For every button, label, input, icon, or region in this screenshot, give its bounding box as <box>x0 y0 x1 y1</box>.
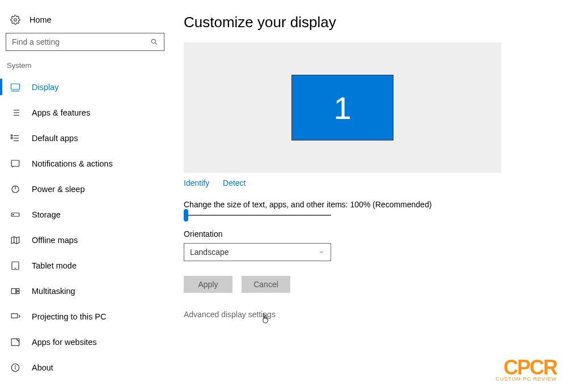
sidebar-item-tablet-mode[interactable]: Tablet mode <box>0 253 170 278</box>
default-apps-icon <box>10 133 20 143</box>
sidebar-item-label: Offline maps <box>32 236 78 245</box>
svg-rect-15 <box>11 137 12 138</box>
svg-rect-28 <box>16 291 19 293</box>
svg-point-33 <box>15 365 16 366</box>
multitasking-icon <box>10 286 20 296</box>
sidebar-item-label: Tablet mode <box>32 261 77 270</box>
monitor-1[interactable]: 1 <box>291 75 393 140</box>
sidebar-item-label: Display <box>32 83 59 92</box>
svg-marker-21 <box>11 237 19 244</box>
search-input[interactable] <box>12 37 150 46</box>
display-preview[interactable]: 1 <box>184 42 501 173</box>
sidebar-item-label: Notifications & actions <box>32 159 113 168</box>
main-content: Customize your display 1 Identify Detect… <box>170 0 567 392</box>
sidebar-item-label: Projecting to this PC <box>32 312 106 321</box>
watermark-subtext: CUSTOM PC REVIEW <box>496 376 557 382</box>
sidebar-item-label: Apps for websites <box>32 338 96 347</box>
advanced-display-settings-link[interactable]: Advanced display settings <box>184 310 276 319</box>
section-label: System <box>0 59 170 74</box>
power-icon <box>10 184 20 194</box>
detect-link[interactable]: Detect <box>223 178 246 188</box>
sidebar-item-notifications[interactable]: Notifications & actions <box>0 151 170 176</box>
slider-thumb[interactable] <box>184 209 188 221</box>
monitor-number: 1 <box>333 90 351 126</box>
info-icon <box>10 363 20 373</box>
sidebar-item-about[interactable]: About <box>0 355 170 380</box>
scale-label: Change the size of text, apps, and other… <box>184 200 544 209</box>
sidebar-item-multitasking[interactable]: Multitasking <box>0 278 170 304</box>
notifications-icon <box>10 159 20 169</box>
orientation-select[interactable]: Landscape <box>184 243 331 261</box>
map-icon <box>10 235 20 245</box>
svg-rect-14 <box>11 135 12 136</box>
search-box[interactable] <box>6 33 164 51</box>
sidebar-item-label: Power & sleep <box>32 185 85 194</box>
svg-line-2 <box>155 42 156 44</box>
svg-rect-30 <box>11 339 19 346</box>
svg-rect-26 <box>11 288 16 293</box>
sidebar-item-projecting[interactable]: Projecting to this PC <box>0 304 170 329</box>
home-nav[interactable]: Home <box>0 11 170 33</box>
identify-link[interactable]: Identify <box>184 178 209 188</box>
tablet-icon <box>10 261 20 271</box>
svg-rect-3 <box>11 84 20 90</box>
svg-point-0 <box>14 19 17 22</box>
watermark: CPCR CUSTOM PC REVIEW <box>496 360 557 382</box>
sidebar-item-default-apps[interactable]: Default apps <box>0 125 170 151</box>
settings-sidebar: Home System Display Apps & f <box>0 0 170 392</box>
monitor-icon <box>10 82 20 92</box>
cancel-button[interactable]: Cancel <box>242 276 290 293</box>
apps-websites-icon <box>10 337 20 347</box>
sidebar-item-storage[interactable]: Storage <box>0 202 170 227</box>
watermark-logo: CPCR <box>496 360 557 376</box>
orientation-label: Orientation <box>184 229 544 238</box>
apply-button[interactable]: Apply <box>184 276 232 293</box>
home-label: Home <box>29 15 52 24</box>
svg-rect-27 <box>16 288 19 291</box>
page-title: Customize your display <box>184 14 544 31</box>
sidebar-item-power-sleep[interactable]: Power & sleep <box>0 176 170 202</box>
sidebar-item-label: Storage <box>32 210 61 219</box>
svg-rect-29 <box>11 313 18 318</box>
list-icon <box>10 108 20 118</box>
sidebar-item-apps-websites[interactable]: Apps for websites <box>0 329 170 355</box>
sidebar-item-offline-maps[interactable]: Offline maps <box>0 227 170 253</box>
svg-rect-16 <box>11 160 19 167</box>
chevron-down-icon <box>318 249 325 255</box>
slider-track <box>184 215 331 216</box>
storage-icon <box>10 210 20 220</box>
search-icon <box>150 38 158 46</box>
gear-icon <box>10 15 20 25</box>
projecting-icon <box>10 312 20 322</box>
sidebar-item-label: About <box>32 363 53 372</box>
scale-slider[interactable] <box>184 215 331 216</box>
svg-point-20 <box>13 214 14 215</box>
sidebar-item-label: Apps & features <box>32 108 90 117</box>
sidebar-item-display[interactable]: Display <box>0 74 170 100</box>
sidebar-item-label: Default apps <box>32 134 78 143</box>
orientation-value: Landscape <box>190 248 229 257</box>
sidebar-item-label: Multitasking <box>32 287 75 296</box>
svg-point-1 <box>151 39 155 43</box>
sidebar-item-apps-features[interactable]: Apps & features <box>0 100 170 125</box>
